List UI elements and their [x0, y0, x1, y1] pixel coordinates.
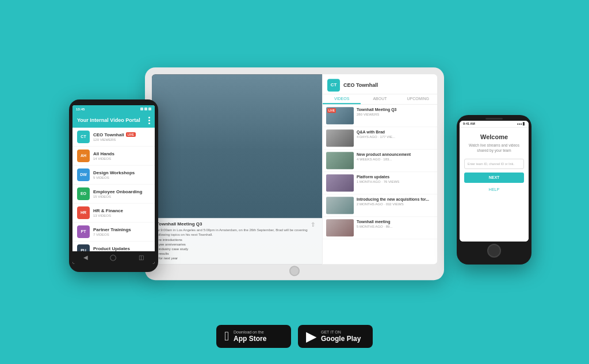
welcome-title: Welcome [480, 133, 508, 140]
help-link[interactable]: HELP [489, 187, 499, 191]
tab-upcoming[interactable]: UPCOMING [399, 94, 437, 104]
list-item[interactable]: PU Product Updates 46 VIDEOS [72, 242, 155, 251]
table-row[interactable]: LIVE Townhall Meeting Q3 280 VIEWERS [323, 105, 437, 127]
googleplay-text: GET IT ON Google Play [321, 330, 361, 343]
android-channel-list: CT CEO Townhall LIVE 120 VIEWERS AH All … [72, 128, 155, 251]
menu-dot [148, 122, 150, 124]
tab-about[interactable]: ABOUT [361, 94, 399, 104]
channel-sub-3: 5 VIDEOS [93, 176, 150, 179]
video-entry-title-1: Townhall Meeting Q3 [357, 107, 434, 112]
appstore-name: App Store [234, 335, 266, 343]
recents-button[interactable]: ◫ [139, 254, 144, 260]
video-entry-meta-2: 4 DAYS AGO · 177 VIE... [357, 135, 434, 139]
home-button[interactable]: ◯ [110, 254, 116, 260]
avatar-ah: AH [77, 150, 90, 162]
channel-info-3: Design Workshops 5 VIDEOS [93, 170, 150, 179]
android-screen: 13:45 Your Internal Video Portal CT [72, 105, 155, 264]
apple-icon:  [224, 330, 229, 343]
channel-name-5: HR & Finance [93, 208, 150, 213]
avatar-dw: DW [77, 168, 90, 181]
share-icon[interactable]: ⇧ [311, 221, 319, 229]
video-player-title: Townhall Meeting Q3 [156, 221, 318, 227]
channel-info-5: HR & Finance 13 VIDEOS [93, 208, 150, 217]
video-entry-info-1: Townhall Meeting Q3 280 VIEWERS [357, 107, 434, 116]
tablet: ⇧ Townhall Meeting Q3 At 9:00am in Los A… [145, 67, 444, 280]
channel-name-4: Employee Onboarding [93, 189, 150, 194]
next-button[interactable]: NEXT [464, 173, 524, 183]
live-badge: LIVE [327, 108, 336, 113]
bullet-2: • yee anniversaries [156, 242, 318, 247]
tab-videos[interactable]: VIDEOS [323, 94, 361, 104]
avatar-hr: HR [77, 206, 90, 219]
video-entry-meta-1: 280 VIEWERS [357, 113, 434, 116]
list-item[interactable]: HR HR & Finance 13 VIDEOS [72, 204, 155, 223]
channel-name: CEO Townhall [343, 82, 378, 88]
channel-info-7: Product Updates 46 VIDEOS [93, 246, 150, 251]
list-item[interactable]: AH All Hands 14 VIDEOS [72, 147, 155, 166]
team-id-input[interactable]: Enter team ID, channel ID or link. [464, 159, 524, 169]
table-row[interactable]: Q&A with Brad 4 DAYS AGO · 177 VIE... [323, 127, 437, 150]
menu-dot [148, 117, 150, 118]
channel-info-6: Partner Trainings 7 VIDEOS [93, 227, 150, 236]
video-thumb-3 [326, 152, 354, 169]
android-time: 13:45 [76, 108, 85, 111]
video-entry-title-2: Q&A with Brad [357, 129, 434, 135]
channel-sub-6: 7 VIDEOS [93, 233, 150, 236]
video-bottom-bar: ⇧ Townhall Meeting Q3 At 9:00am in Los A… [152, 218, 322, 264]
video-entry-info-4: Platform updates 1 MONTH AGO · 76 VIEWS [357, 174, 434, 183]
channel-sub-5: 13 VIDEOS [93, 214, 150, 217]
video-entry-info-6: Townhall meeting 5 MONTHS AGO · 89... [357, 219, 434, 228]
menu-dot [148, 120, 150, 121]
video-thumb-4 [326, 174, 354, 191]
channel-header: CT CEO Townhall [323, 74, 437, 94]
avatar-pu: PU [77, 244, 90, 251]
video-thumb-6 [326, 219, 354, 236]
tablet-home-button[interactable] [289, 266, 300, 276]
video-thumb-2 [326, 129, 354, 147]
appstore-button[interactable]:  Download on the App Store [216, 325, 291, 348]
table-row[interactable]: New product announcement 4 WEEKS AGO · 1… [323, 150, 437, 172]
channel-info-2: All Hands 14 VIDEOS [93, 151, 150, 160]
iphone-screen: 9:41 AM ●●● ▊ Welcome Watch live streams… [460, 121, 529, 242]
channel-sub-1: 120 VIEWERS [93, 138, 150, 141]
overflow-menu-icon[interactable] [148, 117, 150, 124]
channel-name-6: Partner Trainings [93, 227, 150, 232]
video-thumb-5 [326, 197, 354, 214]
android-status-bar: 13:45 [72, 105, 155, 113]
googleplay-sub: GET IT ON [321, 330, 361, 335]
channel-sub-2: 14 VIDEOS [93, 157, 150, 160]
video-entry-info-3: New product announcement 4 WEEKS AGO · 1… [357, 152, 434, 161]
bullet-1: • re introductions [156, 237, 318, 242]
bullet-4: • results [156, 251, 318, 256]
back-button[interactable]: ◀ [83, 254, 88, 260]
list-item[interactable]: PT Partner Trainings 7 VIDEOS [72, 223, 155, 242]
table-row[interactable]: Introducing the new acquisitions for... … [323, 194, 437, 217]
iphone-home-button[interactable] [487, 244, 501, 258]
signal-icon [140, 108, 143, 110]
googleplay-name: Google Play [321, 335, 361, 343]
video-entry-info-5: Introducing the new acquisitions for... … [357, 197, 434, 206]
list-item[interactable]: EO Employee Onboarding 15 VIDEOS [72, 185, 155, 204]
googleplay-button[interactable]: ▶ GET IT ON Google Play [298, 325, 373, 348]
tablet-video: ⇧ Townhall Meeting Q3 At 9:00am in Los A… [152, 74, 322, 264]
iphone-status-bar: 9:41 AM ●●● ▊ [460, 121, 529, 128]
android-nav-bar: ◀ ◯ ◫ [72, 251, 155, 264]
android-header: Your Internal Video Portal [72, 113, 155, 128]
video-entry-meta-4: 1 MONTH AGO · 76 VIEWS [357, 180, 434, 183]
table-row[interactable]: Platform updates 1 MONTH AGO · 76 VIEWS [323, 172, 437, 194]
video-entry-title-6: Townhall meeting [357, 219, 434, 224]
table-row[interactable]: Townhall meeting 5 MONTHS AGO · 89... [323, 217, 437, 239]
channel-info-1: CEO Townhall LIVE 120 VIEWERS [93, 132, 150, 141]
battery-icon [148, 108, 151, 110]
video-entry-meta-6: 5 MONTHS AGO · 89... [357, 225, 434, 228]
play-store-icon: ▶ [306, 328, 316, 344]
channel-name-1: CEO Townhall LIVE [93, 132, 150, 137]
iphone: 9:41 AM ●●● ▊ Welcome Watch live streams… [457, 115, 531, 265]
scene: ⇧ Townhall Meeting Q3 At 9:00am in Los A… [0, 0, 589, 364]
list-item[interactable]: DW Design Workshops 5 VIDEOS [72, 166, 155, 185]
tablet-screen: ⇧ Townhall Meeting Q3 At 9:00am in Los A… [152, 74, 437, 264]
bullet-3: • industry case study [156, 247, 318, 251]
channel-avatar: CT [327, 79, 340, 91]
list-item[interactable]: CT CEO Townhall LIVE 120 VIEWERS [72, 128, 155, 147]
avatar-eo: EO [77, 187, 90, 200]
